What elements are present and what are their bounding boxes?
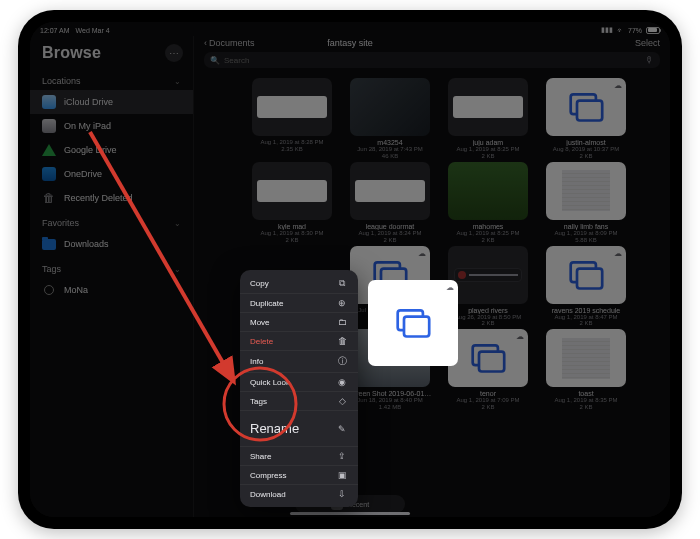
menu-item-info[interactable]: Infoⓘ [240, 350, 358, 372]
tags-icon: ◇ [336, 396, 348, 406]
gdrive-icon [42, 144, 56, 156]
menu-item-compress[interactable]: Compress▣ [240, 465, 358, 484]
menu-item-rename[interactable]: Rename✎ [240, 410, 358, 446]
file-tile[interactable]: m43254Jun 28, 2019 at 7:43 PM46 KB [346, 78, 434, 160]
signal-icon: ▮▮▮ [601, 26, 613, 34]
chevron-down-icon: ⌄ [174, 265, 181, 274]
file-name: ravens 2019 schedule [544, 307, 628, 314]
file-tile[interactable]: mahomesAug 1, 2019 at 8:25 PM2 KB [444, 162, 532, 244]
menu-item-quicklook[interactable]: Quick Look◉ [240, 372, 358, 391]
file-meta: Aug 1, 2019 at 8:28 PM2.35 KB [260, 139, 323, 153]
file-name: tenor [446, 390, 530, 397]
menu-item-delete[interactable]: Delete🗑 [240, 331, 358, 350]
back-button[interactable]: ‹ Documents [204, 38, 255, 48]
file-tile[interactable]: juju adamAug 1, 2019 at 8:25 PM2 KB [444, 78, 532, 160]
menu-item-label: Share [250, 452, 271, 461]
duplicate-icon: ⊕ [336, 298, 348, 308]
chevron-left-icon: ‹ [204, 38, 207, 48]
sidebar-item-gdrive[interactable]: Google Drive [30, 138, 193, 162]
chevron-down-icon: ⌄ [174, 77, 181, 86]
menu-item-label: Delete [250, 337, 273, 346]
search-field[interactable]: 🔍 🎙 [204, 52, 660, 68]
menu-item-label: Compress [250, 471, 286, 480]
menu-item-label: Info [250, 357, 263, 366]
wifi-icon: ᯤ [617, 27, 624, 34]
file-tile[interactable]: kyle madAug 1, 2019 at 8:30 PM2 KB [248, 162, 336, 244]
selected-file-preview[interactable]: ☁︎ [368, 280, 458, 366]
svg-rect-1 [577, 101, 602, 121]
sidebar-item-label: MoNa [64, 285, 88, 295]
file-tile[interactable]: nally limb fansAug 1, 2019 at 8:09 PM5.8… [542, 162, 630, 244]
sidebar-item-onmyipad[interactable]: On My iPad [30, 114, 193, 138]
status-date: Wed Mar 4 [76, 27, 110, 34]
sidebar-item-onedrive[interactable]: OneDrive [30, 162, 193, 186]
file-meta: Aug 1, 2019 at 8:24 PM2 KB [358, 230, 421, 244]
move-icon: 🗀 [336, 317, 348, 327]
menu-item-download[interactable]: Download⇩ [240, 484, 358, 503]
sidebar-item-icloud[interactable]: iCloud Drive [30, 90, 193, 114]
delete-icon: 🗑 [336, 336, 348, 346]
search-icon: 🔍 [210, 56, 220, 65]
file-meta: Jun 28, 2019 at 7:43 PM46 KB [357, 146, 422, 160]
menu-item-label: Rename [250, 421, 299, 436]
compress-icon: ▣ [336, 470, 348, 480]
file-meta: Aug 8, 2019 at 10:37 PM2 KB [553, 146, 619, 160]
select-button[interactable]: Select [635, 38, 660, 48]
content-header: ‹ Documents fantasy site Select 🔍 🎙 [194, 36, 670, 72]
section-locations[interactable]: Locations ⌄ [30, 68, 193, 90]
file-name: kyle mad [250, 223, 334, 230]
file-meta: Jun 18, 2019 at 8:40 PM1.42 MB [357, 397, 422, 411]
menu-item-duplicate[interactable]: Duplicate⊕ [240, 293, 358, 312]
section-tags[interactable]: Tags ⌄ [30, 256, 193, 278]
section-favorites[interactable]: Favorites ⌄ [30, 210, 193, 232]
menu-item-tags[interactable]: Tags◇ [240, 391, 358, 410]
sidebar-item-label: Downloads [64, 239, 109, 249]
sidebar-item-label: On My iPad [64, 121, 111, 131]
battery-pct: 77% [628, 27, 642, 34]
trash-icon: 🗑 [42, 191, 56, 205]
sidebar-item-recentlydeleted[interactable]: 🗑 Recently Deleted [30, 186, 193, 210]
folder-icon [42, 239, 56, 250]
menu-item-move[interactable]: Move🗀 [240, 312, 358, 331]
svg-rect-5 [577, 268, 602, 288]
menu-item-label: Tags [250, 397, 267, 406]
screen: 12:07 AM Wed Mar 4 ▮▮▮ ᯤ 77% Browse ⋯ Lo… [30, 22, 670, 517]
file-name: played rivers [446, 307, 530, 314]
file-meta: Aug 1, 2019 at 7:09 PM2 KB [456, 397, 519, 411]
sidebar: Browse ⋯ Locations ⌄ iCloud Drive On My … [30, 36, 194, 517]
ipad-icon [42, 119, 56, 133]
file-tile[interactable]: Aug 1, 2019 at 8:28 PM2.35 KB [248, 78, 336, 160]
search-input[interactable] [224, 56, 641, 65]
svg-rect-9 [404, 317, 429, 337]
status-time: 12:07 AM [40, 27, 70, 34]
menu-item-label: Copy [250, 279, 269, 288]
sidebar-item-downloads[interactable]: Downloads [30, 232, 193, 256]
home-indicator[interactable] [290, 512, 410, 515]
file-tile[interactable]: league doormatAug 1, 2019 at 8:24 PM2 KB [346, 162, 434, 244]
file-tile[interactable]: ☁︎ravens 2019 scheduleAug 1, 2019 at 8:4… [542, 246, 630, 328]
file-name: league doormat [348, 223, 432, 230]
sidebar-more-button[interactable]: ⋯ [165, 44, 183, 62]
cloud-status-icon: ☁︎ [446, 283, 454, 292]
back-label: Documents [209, 38, 255, 48]
webloc-icon [395, 305, 431, 341]
file-tile[interactable]: toastAug 1, 2019 at 8:35 PM2 KB [542, 329, 630, 411]
menu-item-label: Duplicate [250, 299, 283, 308]
menu-item-label: Move [250, 318, 270, 327]
mic-icon[interactable]: 🎙 [645, 55, 654, 65]
menu-item-share[interactable]: Share⇪ [240, 446, 358, 465]
menu-item-label: Download [250, 490, 286, 499]
file-tile[interactable]: ☁︎justin-almostAug 8, 2019 at 10:37 PM2 … [542, 78, 630, 160]
file-name: juju adam [446, 139, 530, 146]
file-meta: Aug 1, 2019 at 8:35 PM2 KB [554, 397, 617, 411]
sidebar-item-tag-mona[interactable]: MoNa [30, 278, 193, 302]
status-bar: 12:07 AM Wed Mar 4 ▮▮▮ ᯤ 77% [30, 22, 670, 36]
file-name: Screen Shot 2019-06-01 at… [348, 390, 432, 397]
menu-item-copy[interactable]: Copy⧉ [240, 274, 358, 293]
copy-icon: ⧉ [336, 278, 348, 289]
file-meta: Aug 1, 2019 at 8:25 PM2 KB [456, 146, 519, 160]
cloud-icon [42, 95, 56, 109]
download-icon: ⇩ [336, 489, 348, 499]
onedrive-icon [42, 167, 56, 181]
file-meta: Aug 26, 2019 at 8:50 PM2 KB [455, 314, 521, 328]
